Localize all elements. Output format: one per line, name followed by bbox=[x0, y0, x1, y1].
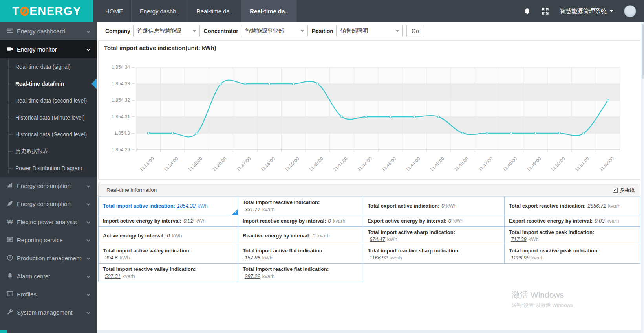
nav-tab-energy-dashb-1[interactable]: Energy dashb.. bbox=[132, 0, 188, 22]
metric-unit: kWh bbox=[198, 203, 208, 209]
bell-icon[interactable] bbox=[523, 7, 531, 15]
position-select[interactable]: 销售部照明 bbox=[336, 25, 403, 37]
metric-cell-export-reactive-energy-by-interval[interactable]: Export reactive energy by interval:0.03k… bbox=[505, 215, 640, 227]
metric-value: 0.03 bbox=[595, 218, 604, 224]
sidebar-subitem-power-distribution-diagram[interactable]: Power Distribution Diagram bbox=[0, 160, 97, 177]
table-row: Total import reactive valley indication:… bbox=[99, 264, 640, 282]
table-row: Total import active indication:1854.32kW… bbox=[99, 197, 640, 215]
sidebar-item-production-management[interactable]: Production management bbox=[0, 249, 97, 267]
logo-text-suffix: ENERGY bbox=[29, 5, 81, 18]
sidebar-subitem-历史数据报表[interactable]: 历史数据报表 bbox=[0, 143, 97, 160]
metric-cell-total-import-active-valley-indication[interactable]: Total import active valley indication:30… bbox=[99, 245, 238, 264]
header-right: 智慧能源管理系统 bbox=[523, 0, 644, 22]
sidebar-item-energy-monitor[interactable]: Energy monitor bbox=[0, 40, 97, 58]
report-icon bbox=[7, 236, 14, 243]
metric-cell-import-reactive-energy-by-interval[interactable]: Import reactive energy by interval:0kvar… bbox=[238, 215, 363, 227]
sidebar-subitem-historical-data-second-level[interactable]: Historical data (Second level) bbox=[0, 126, 97, 143]
metric-cell-total-import-reactive-valley-indication[interactable]: Total import reactive valley indication:… bbox=[99, 264, 238, 282]
sidebar-subitem-real-time-data-signal[interactable]: Real-time data (signal) bbox=[0, 58, 97, 75]
metric-cell-total-import-reactive-peak-indication[interactable]: Total import reactive peak indication:12… bbox=[505, 245, 640, 264]
system-menu-label: 智慧能源管理系统 bbox=[560, 7, 607, 15]
svg-text:11:43:00: 11:43:00 bbox=[381, 156, 397, 173]
metric-cell-total-export-reactive-indication[interactable]: Total export reactive indication:2856.72… bbox=[505, 197, 640, 215]
chevron-down-icon bbox=[192, 30, 196, 32]
multi-curve-toggle[interactable]: ✓ 多曲线 bbox=[613, 187, 635, 194]
sidebar-subitem-real-time-data-min[interactable]: Real-time data/min bbox=[0, 75, 97, 92]
metric-cell-active-energy-by-interval[interactable]: Active energy by interval:0kWh bbox=[99, 227, 238, 245]
metric-label: Reactive energy by interval: bbox=[243, 233, 311, 239]
sidebar-item-electric-power-analysis[interactable]: ₩Electric power analysis bbox=[0, 213, 97, 231]
sidebar-item-system-management[interactable]: System management bbox=[0, 303, 97, 321]
metric-cell-total-import-active-peak-indication[interactable]: Total import active peak indication:717.… bbox=[505, 227, 640, 245]
realtime-panel-header: Real-time information ✓ 多曲线 bbox=[98, 184, 640, 197]
metric-unit: kvarh bbox=[262, 273, 275, 279]
metric-cell-total-export-active-indication[interactable]: Total export active indication:0kWh bbox=[363, 197, 505, 215]
sidebar-item-energy-consumption[interactable]: Energy consumption bbox=[0, 195, 97, 213]
nav-tab-real-time-da-3[interactable]: Real-time da.. bbox=[242, 0, 297, 22]
metric-label: Import reactive energy by interval: bbox=[243, 218, 326, 224]
svg-text:1,854.31: 1,854.31 bbox=[112, 114, 130, 120]
metric-value: 507.31 bbox=[105, 273, 121, 279]
nav-tab-real-time-da-2[interactable]: Real-time da.. bbox=[188, 0, 242, 22]
svg-text:11:47:00: 11:47:00 bbox=[477, 156, 494, 173]
metric-cell-total-import-active-flat-indication[interactable]: Total import active flat indication:157.… bbox=[238, 245, 363, 264]
metric-cell-total-import-active-sharp-indication[interactable]: Total import active sharp indication:674… bbox=[363, 227, 505, 245]
metric-unit: kvarh bbox=[606, 218, 619, 224]
sidebar-item-energy-dashboard[interactable]: Energy dashboard bbox=[0, 22, 97, 40]
metric-cell-reactive-energy-by-interval[interactable]: Reactive energy by interval:0kvarh bbox=[238, 227, 363, 245]
sidebar-item-label: Profiles bbox=[17, 291, 86, 298]
sidebar-item-profiles[interactable]: Profiles bbox=[0, 285, 97, 303]
sidebar-submenu: Real-time data (signal)Real-time data/mi… bbox=[0, 58, 97, 177]
sidebar-item-reporting-service[interactable]: Reporting service bbox=[0, 231, 97, 249]
metric-cell-total-import-reactive-indication[interactable]: Total import reactive indication:331.71k… bbox=[238, 197, 363, 215]
metric-value: 287.22 bbox=[245, 273, 260, 279]
metric-label: Import active energy by interval: bbox=[103, 218, 181, 224]
line-chart[interactable]: 1,854.341,854.331,854.321,854.311,854.31… bbox=[99, 41, 640, 180]
metric-unit: kWh bbox=[446, 203, 456, 209]
metric-unit: kWh bbox=[529, 236, 539, 242]
svg-text:11:52:00: 11:52:00 bbox=[598, 156, 615, 173]
company-label: Company bbox=[105, 28, 130, 34]
metric-cell-total-import-reactive-sharp-indication[interactable]: Total import reactive sharp indication:1… bbox=[363, 245, 505, 264]
fullscreen-icon[interactable] bbox=[542, 7, 549, 15]
svg-text:11:42:00: 11:42:00 bbox=[356, 156, 373, 173]
logo-at-icon bbox=[20, 7, 29, 16]
metric-label: Total import active valley indication: bbox=[103, 247, 234, 254]
metric-value: 304.6 bbox=[105, 255, 118, 261]
metric-unit: kvarh bbox=[531, 255, 544, 261]
app-screen: TENERGY HOMEEnergy dashb..Real-time da..… bbox=[0, 0, 644, 333]
metric-label: Total import active sharp indication: bbox=[368, 229, 500, 236]
chevron-down-icon bbox=[86, 47, 91, 52]
sidebar-item-label: Electric power analysis bbox=[17, 219, 86, 225]
svg-text:1,854.3: 1,854.3 bbox=[114, 131, 130, 136]
concentrator-select-value: 智慧能源事业部 bbox=[245, 28, 300, 35]
watermark-line2: 转到“设置”以激活 Windows。 bbox=[512, 302, 578, 309]
go-button[interactable]: Go bbox=[406, 25, 424, 37]
profiles-icon bbox=[7, 291, 14, 298]
sidebar-subitem-real-time-data-second-level[interactable]: Real-time data (second level) bbox=[0, 92, 97, 109]
leaf-icon bbox=[7, 200, 14, 207]
empty-cell bbox=[505, 264, 640, 282]
metric-cell-export-active-energy-by-interval[interactable]: Export active energy by interval:0kWh bbox=[363, 215, 505, 227]
metric-cell-total-import-reactive-flat-indication[interactable]: Total import reactive flat indication:28… bbox=[238, 264, 363, 282]
chart-title: Total import active indication(unit: kWh… bbox=[104, 44, 216, 51]
scrollbar-thumb[interactable] bbox=[642, 24, 644, 79]
nav-tab-home-0[interactable]: HOME bbox=[97, 0, 132, 22]
metric-cell-total-import-active-indication[interactable]: Total import active indication:1854.32kW… bbox=[99, 197, 238, 215]
system-menu[interactable]: 智慧能源管理系统 bbox=[560, 7, 613, 15]
metric-label: Total import reactive peak indication: bbox=[509, 247, 636, 254]
concentrator-select[interactable]: 智慧能源事业部 bbox=[241, 25, 308, 37]
metric-value: 0 bbox=[441, 203, 444, 209]
wrench-icon bbox=[7, 309, 14, 316]
metric-unit: kvarh bbox=[390, 255, 402, 261]
sidebar-item-energy-consumption[interactable]: Energy consumption bbox=[0, 177, 97, 195]
sidebar-subitem-historical-data-minute-level[interactable]: Historical data (Minute level) bbox=[0, 109, 97, 126]
company-select[interactable]: 许继信息智慧能源 bbox=[133, 25, 200, 37]
vertical-scrollbar[interactable] bbox=[641, 22, 644, 333]
sidebar-item-alarm-center[interactable]: Alarm center bbox=[0, 267, 97, 285]
user-avatar[interactable] bbox=[624, 5, 636, 17]
multi-curve-label: 多曲线 bbox=[619, 187, 635, 194]
checkbox-checked-icon[interactable]: ✓ bbox=[613, 188, 618, 193]
sidebar-subitem-label: Real-time data (second level) bbox=[15, 98, 87, 104]
metric-cell-import-active-energy-by-interval[interactable]: Import active energy by interval:0.02kWh bbox=[99, 215, 238, 227]
